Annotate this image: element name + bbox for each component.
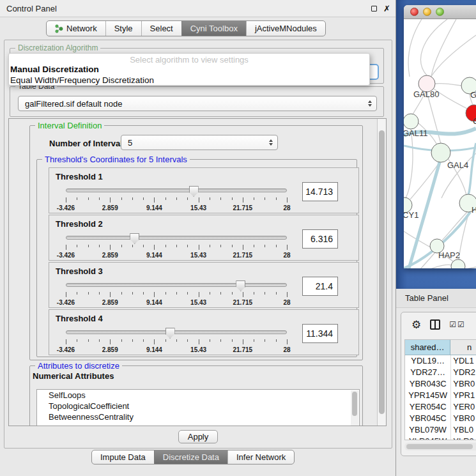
tick-mark	[176, 245, 177, 247]
scrollbar-thumb[interactable]	[406, 444, 473, 449]
close-window-icon[interactable]	[410, 8, 418, 16]
cell-name[interactable]: YLR3	[451, 436, 476, 440]
tab-style[interactable]: Style	[105, 21, 141, 36]
tab-style-label: Style	[114, 24, 133, 33]
close-panel-icon[interactable]: ✗	[383, 4, 390, 13]
tick-mark	[276, 292, 277, 295]
network-window-titlebar[interactable]	[404, 5, 476, 19]
cell-shared-name[interactable]: YPR145W	[405, 390, 451, 401]
table-row[interactable]: YLR345WYLR3	[405, 436, 476, 440]
settings-vertical-scrollbar[interactable]	[377, 119, 386, 426]
tick-mark	[132, 292, 133, 295]
tab-discretize-data[interactable]: Discretize Data	[154, 450, 227, 464]
network-node[interactable]	[451, 259, 465, 268]
attribute-item[interactable]: TopologicalCoefficient	[37, 401, 359, 411]
node-attribute-table: shared… n YDL19…YDL1YDR27…YDR2YBR043CYBR…	[404, 339, 476, 440]
threshold-1-value-field[interactable]: 14.713	[302, 182, 338, 201]
threshold-3-value-field[interactable]: 21.4	[302, 277, 338, 296]
threshold-2-value-field[interactable]: 6.316	[302, 229, 338, 249]
tab-cyni-toolbox[interactable]: Cyni Toolbox	[181, 21, 246, 36]
table-horizontal-scrollbar[interactable]	[404, 443, 476, 450]
scale-label: 9.144	[146, 346, 162, 353]
split-columns-icon[interactable]	[430, 319, 440, 330]
slider-scale-labels: -3.4262.8599.14415.4321.71528	[66, 252, 287, 259]
cell-name[interactable]: YBR0	[451, 378, 476, 390]
table-row[interactable]: YBL079WYBL0	[405, 424, 476, 436]
attribute-item[interactable]: SelfLoops	[37, 390, 359, 401]
tick-mark	[66, 339, 66, 344]
tick-mark	[220, 292, 221, 295]
slider-thumb[interactable]	[236, 280, 245, 291]
tab-network[interactable]: Network	[47, 21, 105, 36]
table-row[interactable]: YDL19…YDL1	[405, 355, 476, 367]
tab-select[interactable]: Select	[141, 21, 181, 36]
cell-shared-name[interactable]: YBR043C	[405, 378, 451, 390]
float-window-icon[interactable]	[371, 6, 377, 12]
algorithm-option-manual[interactable]: Manual Discretization	[9, 65, 369, 75]
tick-mark	[99, 339, 100, 342]
table-row[interactable]: YPR145WYPR1	[405, 390, 476, 401]
bottom-tab-bar: Impute Data Discretize Data Infer Networ…	[91, 450, 295, 464]
node-label: GAL80	[413, 89, 439, 99]
cell-shared-name[interactable]: YER054C	[405, 401, 451, 413]
scale-label: 15.43	[190, 252, 206, 259]
cell-shared-name[interactable]: YBL079W	[405, 424, 451, 436]
tab-select-label: Select	[150, 24, 173, 33]
zoom-window-icon[interactable]	[436, 8, 444, 16]
attributes-list-scrollbar[interactable]	[351, 390, 358, 426]
threshold-4-label: Threshold 4	[56, 314, 103, 323]
table-row[interactable]: YBR045CYBR0	[405, 413, 476, 424]
tick-mark	[220, 339, 221, 342]
cell-name[interactable]: YPR1	[451, 390, 476, 401]
network-canvas[interactable]: GAL80GAL11GAL4GCY1HAP2GCH	[404, 19, 476, 268]
threshold-2-slider: -3.4262.8599.14415.4321.71528	[66, 233, 287, 259]
slider-track[interactable]	[66, 188, 287, 192]
gear-icon[interactable]: ⚙	[411, 319, 421, 330]
numerical-attributes-list[interactable]: SelfLoopsTopologicalCoefficientBetweenne…	[36, 389, 360, 426]
cell-name[interactable]: YBL0	[451, 424, 476, 436]
slider-track[interactable]	[66, 330, 287, 334]
thresholds-group-title: Threshold's Coordinates for 5 Intervals	[42, 155, 190, 164]
select-checkbox-icon[interactable]: ☑	[449, 321, 456, 328]
cell-shared-name[interactable]: YBR045C	[405, 413, 451, 424]
scale-label: 28	[283, 252, 290, 259]
scale-label: 21.715	[233, 299, 253, 306]
table-row[interactable]: YBR043CYBR0	[405, 378, 476, 390]
slider-track[interactable]	[66, 283, 287, 287]
scrollbar-thumb[interactable]	[379, 130, 385, 414]
algorithm-option-equal-width[interactable]: Equal Width/Frequency Discretization	[9, 75, 369, 86]
table-row[interactable]: YDR27…YDR2	[405, 367, 476, 378]
number-of-intervals-combobox[interactable]: 5	[121, 135, 278, 150]
select-all-checkbox-icon[interactable]: ☑	[457, 321, 464, 328]
interval-definition-group: Interval Definition Number of Intervals …	[29, 125, 363, 360]
table-data-combobox[interactable]: galFiltered.sif default node	[18, 96, 377, 111]
tick-mark	[287, 197, 288, 203]
tick-mark	[77, 292, 77, 295]
cell-name[interactable]: YDR2	[451, 367, 476, 378]
slider-thumb[interactable]	[165, 328, 175, 339]
slider-ticks	[66, 245, 287, 250]
cell-shared-name[interactable]: YDL19…	[405, 355, 451, 367]
tab-infer-network[interactable]: Infer Network	[227, 450, 294, 464]
cell-name[interactable]: YBR0	[451, 413, 476, 424]
slider-thumb[interactable]	[189, 186, 199, 197]
cell-name[interactable]: YDL1	[451, 355, 476, 367]
cell-name[interactable]: YER0	[451, 401, 476, 413]
network-node[interactable]	[404, 114, 418, 129]
table-row[interactable]: YER054CYER0	[405, 401, 476, 413]
slider-thumb[interactable]	[130, 233, 139, 244]
apply-button[interactable]: Apply	[178, 430, 218, 443]
network-node[interactable]	[431, 143, 450, 162]
cell-shared-name[interactable]: YLR345W	[405, 436, 451, 440]
cell-shared-name[interactable]: YDR27…	[405, 367, 451, 378]
minimize-window-icon[interactable]	[423, 8, 431, 16]
attribute-item[interactable]: BetweennessCentrality	[37, 411, 359, 422]
tab-jactivemnodules[interactable]: jActiveMNodules	[246, 21, 325, 36]
threshold-4-value-field[interactable]: 11.344	[302, 324, 338, 343]
column-header-name[interactable]: n	[450, 340, 476, 355]
column-header-shared-name[interactable]: shared…	[405, 340, 450, 355]
scrollbar-thumb[interactable]	[352, 392, 357, 416]
tick-mark	[88, 245, 89, 247]
slider-track[interactable]	[66, 236, 287, 240]
tab-impute-data[interactable]: Impute Data	[92, 450, 154, 464]
